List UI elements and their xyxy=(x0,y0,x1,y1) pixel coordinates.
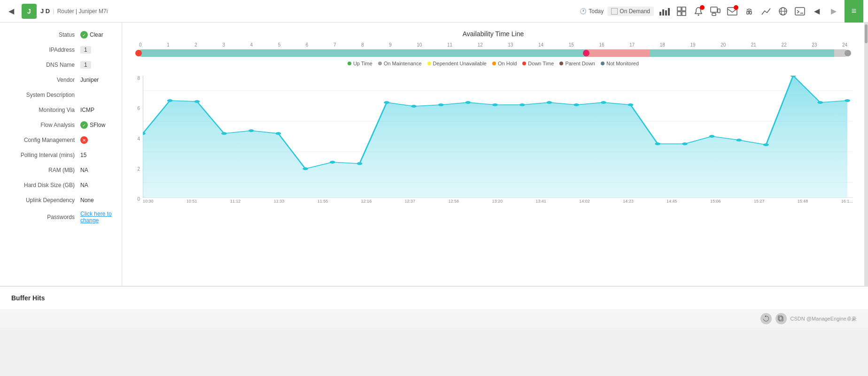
nav-forward-icon[interactable]: ▶ xyxy=(827,4,841,18)
flow-ok-icon: ✓ xyxy=(80,121,88,129)
legend-maintenance: On Maintenance xyxy=(378,61,422,66)
flow-row: Flow Analysis ✓ SFlow xyxy=(0,118,122,133)
config-row: Config Management ✕ xyxy=(0,133,122,148)
polling-row: Polling Interval (mins) 15 xyxy=(0,148,122,163)
timeline-container: 012 345 678 91011 121314 151617 181920 2… xyxy=(133,42,853,57)
globe-icon[interactable] xyxy=(776,4,790,18)
clock-icon: 🕐 xyxy=(580,8,587,15)
y-label-4: 4 xyxy=(133,136,140,141)
x-label-6: 12:37 xyxy=(405,199,416,204)
dns-box: 1 xyxy=(80,61,91,69)
uplink-row: Uplink Dependency None xyxy=(0,193,122,208)
chart-dot xyxy=(655,142,660,145)
timeline-red-seg xyxy=(586,49,650,57)
watermark-icons xyxy=(760,313,787,324)
status-row: Status ✓ Clear xyxy=(0,27,122,42)
chart-icon[interactable] xyxy=(658,4,672,18)
watermark-bar: CSDN @ManageEngine卓豪 xyxy=(0,309,868,328)
chart-dot xyxy=(574,103,579,106)
chart-dot xyxy=(519,103,525,106)
watermark-text: CSDN @ManageEngine卓豪 xyxy=(790,315,857,322)
legend-downtime-dot xyxy=(522,62,526,65)
svg-rect-14 xyxy=(750,11,752,14)
date-section[interactable]: 🕐 Today xyxy=(580,8,604,15)
devices-icon[interactable] xyxy=(708,4,722,18)
back-button[interactable]: ◀ xyxy=(5,5,18,18)
status-text: Clear xyxy=(90,31,103,38)
passwords-label: Passwords xyxy=(8,214,80,220)
device-icon: J xyxy=(22,4,37,19)
legend-maintenance-label: On Maintenance xyxy=(384,61,422,66)
y-label-0: 0 xyxy=(133,196,140,202)
config-label: Config Management xyxy=(8,137,80,143)
chart-dot xyxy=(736,139,742,141)
area-fill xyxy=(143,76,847,198)
passwords-row: Passwords Click here to change xyxy=(0,208,122,227)
chart-dot xyxy=(248,129,254,132)
chart-dot xyxy=(628,103,634,106)
mail-icon[interactable] xyxy=(725,4,739,18)
copy-icon[interactable] xyxy=(775,313,787,324)
svg-point-8 xyxy=(698,14,699,16)
passwords-value[interactable]: Click here to change xyxy=(80,211,114,224)
monitoring-row: Monitoring Via ICMP xyxy=(0,102,122,118)
chart-dot xyxy=(357,162,363,165)
system-desc-row: System Description xyxy=(0,87,122,102)
disk-row: Hard Disk Size (GB) NA xyxy=(0,178,122,193)
chart-dot xyxy=(492,103,498,106)
trend-icon[interactable] xyxy=(759,4,773,18)
polling-label: Polling Interval (mins) xyxy=(8,152,80,158)
x-label-14: 15:27 xyxy=(754,199,765,204)
buffer-title: Buffer Hits xyxy=(11,294,857,302)
grid-icon[interactable] xyxy=(674,4,689,18)
legend-parentdown: Parent Down xyxy=(559,61,595,66)
config-error-icon: ✕ xyxy=(80,136,88,144)
buffer-section: Buffer Hits xyxy=(0,286,868,309)
chart-dot xyxy=(221,132,227,135)
bell-icon[interactable] xyxy=(691,4,705,18)
chart-dot xyxy=(330,161,335,164)
ip-value: 1 xyxy=(80,46,91,54)
polling-value: 15 xyxy=(80,152,86,158)
chart-dot xyxy=(167,99,173,102)
x-label-16: 16:1... xyxy=(841,199,853,204)
svg-rect-27 xyxy=(778,316,782,320)
scroll-indicator[interactable] xyxy=(864,23,868,286)
legend-uptime-dot xyxy=(348,62,351,65)
x-label-12: 14:45 xyxy=(666,199,677,204)
x-label-10: 14:02 xyxy=(579,199,590,204)
ip-label: IPAddress xyxy=(8,47,80,53)
svg-rect-1 xyxy=(662,9,664,16)
svg-rect-10 xyxy=(712,13,716,16)
svg-rect-26 xyxy=(779,317,783,321)
ram-label: RAM (MB) xyxy=(8,167,80,173)
chart-panel: Availability Time Line 012 345 678 91011… xyxy=(122,23,864,286)
legend-downtime: Down Time xyxy=(522,61,554,66)
flow-label: Flow Analysis xyxy=(8,122,80,128)
monitoring-value: ICMP xyxy=(80,107,94,113)
x-label-11: 14:23 xyxy=(623,199,634,204)
date-label: Today xyxy=(589,8,604,15)
device-info: J D | Router | Juniper M7i xyxy=(40,8,576,15)
svg-rect-2 xyxy=(665,10,667,16)
y-label-2: 2 xyxy=(133,166,140,172)
vendor-row: Vendor Juniper xyxy=(0,72,122,87)
x-label-4: 11:55 xyxy=(318,199,328,204)
timeline-dot-end xyxy=(845,50,851,56)
schedule-checkbox xyxy=(611,8,618,15)
bell-badge xyxy=(700,5,705,10)
x-label-15: 15:48 xyxy=(798,199,808,204)
svg-rect-0 xyxy=(659,12,661,16)
x-label-3: 11:33 xyxy=(274,199,285,204)
schedule-section[interactable]: On Demand xyxy=(607,7,654,16)
terminal-icon[interactable] xyxy=(793,4,807,18)
legend-maintenance-dot xyxy=(378,62,382,65)
nav-back-icon[interactable]: ◀ xyxy=(810,4,824,18)
link-icon[interactable] xyxy=(742,4,756,18)
refresh-icon[interactable] xyxy=(760,313,772,324)
legend-notmonitored-dot xyxy=(601,62,604,65)
hamburger-menu[interactable]: ≡ xyxy=(845,0,863,23)
timeline-bar xyxy=(138,49,848,57)
svg-rect-3 xyxy=(668,8,670,16)
chart-dot xyxy=(817,101,823,104)
